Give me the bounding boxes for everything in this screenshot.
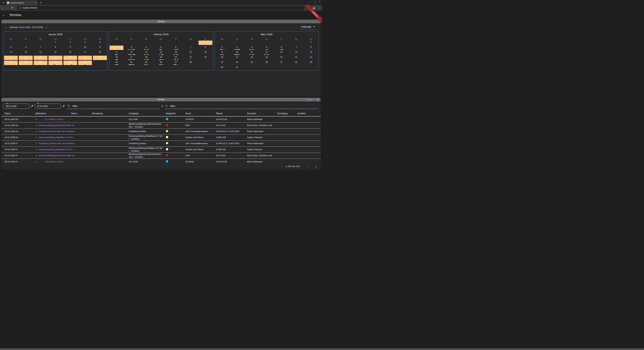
day-cell[interactable]: 2 (109, 45, 124, 50)
day-cell[interactable]: 25 (92, 55, 107, 60)
day-cell[interactable]: 16 (63, 50, 78, 55)
day-cell[interactable]: 15 (48, 50, 63, 55)
day-cell[interactable]: 13 (168, 50, 183, 55)
browser-tab[interactable]: localhost:58415 × (6, 0, 38, 5)
window-close-button[interactable]: × (319, 1, 320, 3)
pagination-previous-button[interactable]: ‹ (307, 165, 308, 168)
column-header[interactable]: Bemerkung (92, 112, 129, 115)
day-cell[interactable]: 14 (289, 50, 304, 55)
day-cell[interactable]: 3 (230, 45, 244, 50)
add-appointment-button[interactable]: + (317, 98, 318, 101)
table-row[interactable]: 29.01.2026 DoMeisterausbildung Elektrote… (1, 122, 321, 129)
day-cell[interactable]: 4 (139, 45, 154, 50)
back-button[interactable]: ← (2, 13, 6, 17)
table-row[interactable]: 29.01.2026 DoFortbildung Elektro-LWL Fer… (1, 129, 321, 135)
day-cell[interactable]: 15 (304, 50, 318, 55)
day-cell[interactable]: 27 (168, 60, 183, 65)
address-bar[interactable]: localhost:58415 (16, 6, 304, 10)
day-cell[interactable]: 3 (124, 45, 139, 50)
table-row[interactable]: 30.01.2026 FrMeisterausbildung Elektrote… (1, 153, 321, 159)
day-cell[interactable]: 21 (289, 55, 304, 60)
day-cell[interactable]: 14 (183, 50, 198, 55)
day-cell[interactable]: 2 (215, 45, 230, 50)
day-cell[interactable]: 2 (63, 40, 78, 45)
day-cell[interactable]: 12 (4, 50, 18, 55)
day-cell[interactable]: 23 (63, 55, 78, 60)
table-row[interactable]: 30.01.2026 FrFortbildung Elektro-LWL Fer… (1, 141, 321, 147)
day-cell[interactable]: 30 (63, 60, 78, 65)
day-cell[interactable]: 27 (18, 60, 33, 65)
new-tab-button[interactable]: + (40, 1, 42, 4)
day-cell[interactable]: 21 (183, 55, 198, 60)
day-cell[interactable]: 26 (259, 60, 274, 65)
day-cell[interactable]: 26 (4, 60, 18, 65)
next-period-button[interactable]: → (45, 26, 48, 28)
day-cell[interactable]: 28 (183, 60, 198, 65)
day-cell[interactable]: 4 (92, 40, 107, 45)
day-cell[interactable]: 28 (289, 60, 304, 65)
table-row[interactable]: 30.01.2026 FrMeisterausbildung Metallbau… (1, 147, 321, 153)
previous-period-button[interactable]: ← (5, 26, 8, 28)
day-cell[interactable]: 20 (168, 55, 183, 60)
massnahme-link[interactable]: Meisterausbildung Elektrotechniker Te... (39, 154, 76, 157)
day-cell[interactable]: 18 (139, 55, 154, 60)
day-cell[interactable]: 1 (198, 40, 213, 45)
massnahme-link[interactable]: Meisterausbildung Metallbau VZ Teil I ..… (39, 148, 76, 151)
day-cell[interactable]: 10 (124, 50, 139, 55)
tab-close-icon[interactable]: × (35, 2, 36, 4)
range-dropdown[interactable]: 3 Monate (300, 25, 316, 29)
day-cell[interactable]: 19 (154, 55, 168, 60)
day-cell[interactable]: 29 (48, 60, 63, 65)
day-cell[interactable]: 28 (33, 60, 48, 65)
filter-input-2[interactable]: Filter (164, 103, 318, 109)
window-minimize-button[interactable]: — (308, 1, 310, 3)
site-info-icon[interactable] (18, 7, 21, 9)
column-header[interactable]: Durchgang (277, 112, 298, 115)
table-row[interactable]: 29.01.2026 DoÜLU SHK-G-IH2/22ÜLU SHKG-IH… (1, 116, 321, 122)
column-header[interactable]: Dozenten (247, 112, 277, 115)
day-cell[interactable]: 12 (154, 50, 168, 55)
day-cell[interactable]: 14 (33, 50, 48, 55)
day-cell[interactable]: 24 (78, 55, 92, 60)
browser-menu-icon[interactable]: ⋮ (318, 6, 320, 9)
profile-avatar-icon[interactable] (312, 7, 315, 9)
day-cell[interactable]: 27 (274, 60, 289, 65)
day-cell[interactable]: 19 (4, 55, 18, 60)
day-cell[interactable]: 11 (92, 45, 107, 50)
day-cell[interactable]: 16 (215, 55, 230, 60)
day-cell[interactable]: 6 (168, 45, 183, 50)
day-cell[interactable]: 13 (274, 50, 289, 55)
day-cell[interactable]: 9 (215, 50, 230, 55)
day-cell[interactable]: 1 (304, 40, 318, 45)
day-cell[interactable]: 15 (198, 50, 213, 55)
column-header[interactable]: Konflikte (298, 112, 321, 115)
day-cell[interactable]: 21 (33, 55, 48, 60)
day-cell[interactable]: 31 (78, 60, 92, 65)
tab-search-button[interactable] (1, 1, 5, 4)
day-cell[interactable]: 11 (139, 50, 154, 55)
column-header[interactable]: Lehrgänge (129, 112, 166, 115)
day-cell[interactable]: 29 (304, 60, 318, 65)
massnahme-link[interactable]: Fortbildung Elektro-LWL Fernmeldemo... (39, 142, 76, 145)
day-cell[interactable]: 12 (259, 50, 274, 55)
day-cell[interactable]: 8 (48, 45, 63, 50)
day-cell[interactable]: 5 (259, 45, 274, 50)
day-cell[interactable]: 24 (230, 60, 244, 65)
von-date-field[interactable]: Von 28.01.2026 (3, 104, 29, 109)
day-cell[interactable]: 8 (198, 45, 213, 50)
massnahme-link[interactable]: Fortbildung Elektro-LWL Fernmeldemo... (39, 130, 76, 133)
day-cell[interactable]: 17 (78, 50, 92, 55)
day-cell[interactable]: 9 (109, 50, 124, 55)
day-cell[interactable]: 19 (259, 55, 274, 60)
browser-reload-button[interactable]: ↻ (11, 6, 13, 9)
day-cell[interactable]: 1 (48, 40, 63, 45)
day-cell[interactable]: 22 (48, 55, 63, 60)
column-header[interactable]: Maßnahme (36, 112, 71, 115)
day-cell[interactable]: 5 (154, 45, 168, 50)
day-cell[interactable]: 23 (109, 60, 124, 65)
day-cell[interactable]: 10 (78, 45, 92, 50)
day-cell[interactable]: 9 (63, 45, 78, 50)
massnahme-link[interactable]: ÜLU SHK-G-IH2/22 (37, 160, 71, 163)
day-cell[interactable]: 17 (124, 55, 139, 60)
edit-bis-button[interactable] (61, 105, 66, 107)
